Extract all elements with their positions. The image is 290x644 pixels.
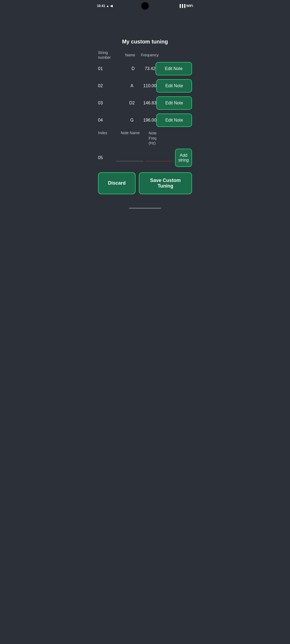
header-name: Name [119, 53, 141, 57]
discard-button[interactable]: Discard [98, 172, 136, 194]
edit-note-button-02[interactable]: Edit Note [156, 79, 192, 93]
save-custom-tuning-button[interactable]: Save Custom Tuning [139, 172, 192, 194]
string-row-04: 04 G 196.00 Edit Note [97, 114, 193, 127]
table-header: String number Name Frequency [97, 50, 193, 60]
string-name-01: D [121, 66, 145, 71]
camera-notch-container [141, 2, 149, 10]
string-freq-04: 196.00 [143, 118, 156, 123]
status-left: 10:41 ▲ ◀ [97, 4, 113, 8]
add-string-row: 05 Add string [97, 149, 193, 167]
string-name-02: A [121, 83, 143, 88]
page-title: My custom tuning [97, 39, 193, 45]
note-name-input[interactable] [116, 154, 143, 161]
header-note-freq: Note Freq (Hz) [148, 131, 157, 145]
status-bar: 10:41 ▲ ◀ ▐▐▐ WiFi [93, 0, 197, 12]
add-section-header: Index Note Name Note Freq (Hz) [97, 131, 193, 145]
header-string-number: String number [98, 50, 119, 60]
string-freq-03: 146.83 [143, 101, 156, 105]
string-freq-01: 73.42 [145, 66, 155, 71]
string-row-03: 03 D2 146.83 Edit Note [97, 96, 193, 110]
string-number-04: 04 [98, 118, 121, 123]
header-index: Index [98, 131, 121, 135]
main-content: My custom tuning String number Name Freq… [93, 33, 197, 200]
string-number-03: 03 [98, 101, 121, 105]
note-freq-input[interactable] [146, 154, 172, 161]
edit-note-button-03[interactable]: Edit Note [156, 96, 192, 110]
edit-note-button-04[interactable]: Edit Note [156, 114, 192, 127]
string-row-02: 02 A 110.00 Edit Note [97, 79, 193, 93]
status-right: ▐▐▐ WiFi [179, 4, 193, 8]
camera-notch [141, 2, 149, 10]
string-number-01: 01 [98, 66, 121, 71]
home-indicator [129, 208, 161, 209]
string-name-04: G [121, 118, 143, 123]
header-frequency: Frequency [141, 53, 159, 57]
edit-note-button-01[interactable]: Edit Note [155, 62, 192, 75]
new-string-index: 05 [98, 155, 116, 160]
string-row-01: 01 D 73.42 Edit Note [97, 62, 193, 75]
string-number-02: 02 [98, 83, 121, 88]
string-name-03: D2 [121, 101, 143, 105]
string-freq-02: 110.00 [143, 83, 156, 88]
bottom-buttons: Discard Save Custom Tuning [97, 172, 193, 194]
add-string-button[interactable]: Add string [175, 149, 192, 167]
header-note-name: Note Name [121, 131, 149, 135]
